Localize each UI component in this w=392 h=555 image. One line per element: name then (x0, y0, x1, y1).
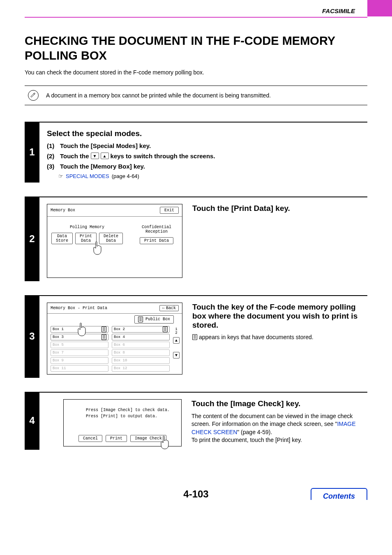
step-number: 1 (25, 122, 39, 183)
step1-item1: (1) Touch the [Special Modes] key. (47, 142, 364, 149)
step-2: 2 Memory Box Exit Polling Memory Data St… (25, 197, 367, 281)
box-5-button[interactable]: Box 5 (51, 342, 108, 348)
step-4: 4 Press [Image Check] to check data. Pre… (25, 392, 367, 450)
polling-memory-label: Polling Memory (51, 225, 123, 229)
step-3: 3 Memory Box - Print Data ← Back Publi (25, 295, 367, 378)
data-store-button[interactable]: Data Store (51, 233, 73, 244)
page-number: 4-103 (183, 488, 208, 500)
step4-desc: The content of the document can be viewe… (191, 412, 364, 437)
conf-print-data-button[interactable]: Print Data (140, 237, 173, 244)
section-tab (367, 0, 392, 16)
step4-desc2: To print the document, touch the [Print]… (191, 436, 364, 444)
intro-text: You can check the document stored in the… (25, 69, 367, 76)
page-down-button[interactable]: ▼ (173, 352, 180, 358)
page-footer: 4-103 Contents (0, 464, 392, 500)
back-button[interactable]: ← Back (159, 305, 179, 311)
section-label: FACSIMILE (25, 7, 367, 14)
step3-desc: appears in keys that have documents stor… (192, 334, 364, 340)
header-rule (25, 17, 367, 18)
back-arrow-icon: ← (162, 306, 165, 310)
box-9-button[interactable]: Box 9 (51, 357, 108, 364)
up-key-icon: ▲ (101, 153, 109, 159)
step3-title: Touch the key of the F-code memory polli… (192, 303, 364, 330)
note-text: A document in a memory box cannot be pri… (46, 92, 271, 99)
pager: 1 2 ▲ ▼ (173, 328, 180, 359)
document-icon (163, 326, 168, 332)
step2-title: Touch the [Print Data] key. (192, 204, 364, 213)
contents-button[interactable]: Contents (311, 488, 367, 500)
step-number: 2 (25, 197, 39, 281)
print-data-panel: Memory Box - Print Data ← Back Public Bo… (47, 303, 182, 375)
document-icon (101, 334, 106, 340)
box-10-button[interactable]: Box 10 (112, 357, 170, 364)
touch-hand-icon (92, 241, 103, 255)
touch-hand-icon (159, 436, 171, 450)
step4-title: Touch the [Image Check] key. (191, 399, 364, 408)
page-up-button[interactable]: ▲ (173, 337, 180, 344)
step-number: 4 (25, 392, 39, 450)
document-icon (192, 334, 197, 340)
step-1: 1 Select the special modes. (1) Touch th… (25, 122, 367, 183)
box-6-button[interactable]: Box 6 (112, 342, 170, 348)
step1-title: Select the special modes. (47, 129, 364, 138)
step1-item3: (3) Touch the [Memory Box] key. (47, 163, 364, 170)
pencil-icon (28, 90, 39, 101)
public-box-button[interactable]: Public Box (134, 315, 174, 324)
dialog-msg2: Press [Print] to output data. (86, 413, 175, 419)
box-4-button[interactable]: Box 4 (112, 334, 170, 340)
pointer-icon: ☞ (58, 173, 63, 179)
page-title: CHECKING THE DOCUMENT IN THE F-CODE MEMO… (25, 33, 367, 63)
box-12-button[interactable]: Box 12 (112, 365, 170, 372)
step1-ref: ☞ SPECIAL MODES (page 4-64) (58, 173, 364, 179)
down-key-icon: ▼ (91, 153, 99, 159)
document-icon (101, 326, 106, 332)
box-2-button[interactable]: Box 2 (112, 326, 170, 333)
panel-title: Memory Box - Print Data (51, 306, 107, 310)
step1-item2: (2) Touch the ▼ ▲ keys to switch through… (47, 153, 364, 160)
box-11-button[interactable]: Box 11 (51, 365, 108, 372)
touch-hand-icon (76, 323, 88, 337)
confidential-reception-label: Confidential Reception (135, 225, 178, 234)
dialog-msg1: Press [Image Check] to check data. (86, 407, 175, 413)
document-icon (138, 317, 143, 322)
memory-box-panel: Memory Box Exit Polling Memory Data Stor… (47, 204, 182, 278)
special-modes-link[interactable]: SPECIAL MODES (66, 173, 109, 179)
exit-button[interactable]: Exit (160, 207, 179, 214)
cancel-button[interactable]: Cancel (78, 435, 102, 442)
panel-title: Memory Box (51, 208, 75, 213)
print-button[interactable]: Print (106, 435, 127, 442)
image-check-dialog: Press [Image Check] to check data. Press… (63, 399, 182, 446)
box-7-button[interactable]: Box 7 (51, 349, 108, 356)
box-8-button[interactable]: Box 8 (112, 349, 170, 356)
step-number: 3 (25, 295, 39, 378)
note-callout: A document in a memory box cannot be pri… (25, 86, 367, 105)
